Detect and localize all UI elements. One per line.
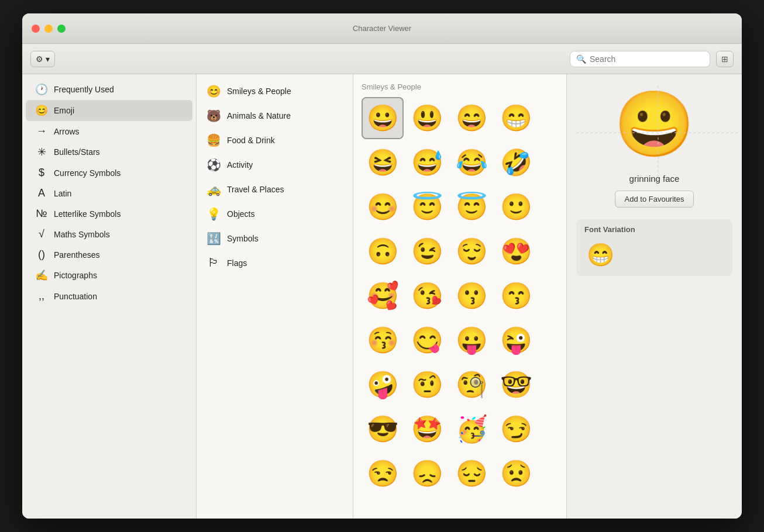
emoji-grid-area: Smileys & People 😀😃😄😁😆😅😂🤣😊😇😇🙂🙃😉😌😍🥰😘😗😙😚😋😛… bbox=[353, 74, 566, 519]
sidebar-label-emoji: Emoji bbox=[54, 106, 74, 115]
emoji-cell[interactable]: 🧐 bbox=[450, 364, 493, 406]
subcat-icon-symbols: 🔣 bbox=[206, 232, 221, 246]
add-to-favourites-button[interactable]: Add to Favourites bbox=[615, 191, 694, 208]
minimize-button[interactable] bbox=[44, 25, 53, 33]
subcat-label-objects: Objects bbox=[227, 209, 254, 219]
emoji-cell[interactable]: 😏 bbox=[495, 408, 537, 450]
emoji-cell[interactable]: 🤓 bbox=[495, 364, 537, 406]
emoji-cell[interactable]: 😗 bbox=[450, 275, 493, 317]
titlebar: Character Viewer bbox=[22, 13, 742, 44]
emoji-cell[interactable]: 😛 bbox=[450, 319, 493, 361]
window-title: Character Viewer bbox=[353, 24, 411, 33]
emoji-cell[interactable]: 😔 bbox=[450, 452, 493, 495]
emoji-cell[interactable]: 😙 bbox=[495, 275, 537, 317]
sidebar: 🕐 Frequently Used😊 Emoji→ Arrows✳ Bullet… bbox=[22, 74, 197, 519]
sidebar-icon-maths-symbols: √ bbox=[35, 228, 48, 240]
emoji-cell[interactable]: 😅 bbox=[406, 141, 448, 184]
emoji-cell[interactable]: 😇 bbox=[450, 186, 493, 228]
subcat-icon-smileys-people: 😊 bbox=[206, 84, 221, 98]
sidebar-label-currency-symbols: Currency Symbols bbox=[54, 168, 121, 178]
sidebar-item-currency-symbols[interactable]: $ Currency Symbols bbox=[26, 163, 192, 183]
sidebar-item-bullets-stars[interactable]: ✳ Bullets/Stars bbox=[26, 141, 192, 163]
maximize-button[interactable] bbox=[57, 25, 66, 33]
grid-icon: ⊞ bbox=[721, 54, 728, 64]
emoji-cell[interactable]: 😟 bbox=[495, 452, 537, 495]
search-input[interactable] bbox=[590, 54, 704, 64]
emoji-cell[interactable]: 😁 bbox=[495, 97, 537, 139]
subcat-item-food-drink[interactable]: 🍔 Food & Drink bbox=[197, 128, 353, 153]
subcat-item-travel-places[interactable]: 🚕 Travel & Places bbox=[197, 177, 353, 202]
chevron-down-icon: ▾ bbox=[46, 54, 50, 64]
grid-view-button[interactable]: ⊞ bbox=[716, 51, 734, 67]
emoji-cell[interactable]: 😞 bbox=[406, 452, 448, 495]
emoji-cell[interactable]: 😌 bbox=[450, 230, 493, 272]
subcat-item-animals-nature[interactable]: 🐻 Animals & Nature bbox=[197, 103, 353, 128]
font-variation-grid: 😁 bbox=[584, 240, 724, 270]
subcat-icon-flags: 🏳 bbox=[206, 256, 221, 270]
subcat-label-flags: Flags bbox=[227, 258, 247, 268]
subcat-icon-travel-places: 🚕 bbox=[206, 182, 221, 196]
sidebar-item-maths-symbols[interactable]: √ Maths Symbols bbox=[26, 224, 192, 244]
subcat-item-objects[interactable]: 💡 Objects bbox=[197, 202, 353, 226]
search-icon: 🔍 bbox=[576, 54, 586, 64]
sidebar-icon-emoji: 😊 bbox=[35, 104, 48, 117]
sidebar-item-emoji[interactable]: 😊 Emoji bbox=[26, 100, 192, 121]
emoji-cell[interactable]: 🤪 bbox=[362, 364, 404, 406]
emoji-cell[interactable]: 😊 bbox=[362, 186, 404, 228]
emoji-cell[interactable]: 😍 bbox=[495, 230, 537, 272]
emoji-cell[interactable]: 😒 bbox=[362, 452, 404, 495]
emoji-cell[interactable]: 🥰 bbox=[362, 275, 404, 317]
emoji-cell[interactable]: 😋 bbox=[406, 319, 448, 361]
main-content: 🕐 Frequently Used😊 Emoji→ Arrows✳ Bullet… bbox=[22, 74, 742, 519]
subcat-item-activity[interactable]: ⚽ Activity bbox=[197, 153, 353, 177]
sidebar-label-maths-symbols: Maths Symbols bbox=[54, 230, 110, 239]
emoji-cell[interactable]: 🤨 bbox=[406, 364, 448, 406]
emoji-cell[interactable]: 😃 bbox=[406, 97, 448, 139]
sidebar-icon-letterlike-symbols: № bbox=[35, 208, 48, 220]
gear-icon: ⚙ bbox=[36, 54, 43, 64]
emoji-cell[interactable]: 😎 bbox=[362, 408, 404, 450]
subcat-item-symbols[interactable]: 🔣 Symbols bbox=[197, 226, 353, 251]
sidebar-item-punctuation[interactable]: ,, Punctuation bbox=[26, 286, 192, 306]
font-variation-item[interactable]: 😁 bbox=[584, 240, 617, 270]
font-variation-section: Font Variation 😁 bbox=[576, 219, 732, 276]
sidebar-item-letterlike-symbols[interactable]: № Letterlike Symbols bbox=[26, 203, 192, 224]
sidebar-icon-punctuation: ,, bbox=[35, 290, 48, 302]
sidebar-item-pictographs[interactable]: ✍ Pictographs bbox=[26, 265, 192, 286]
emoji-grid: 😀😃😄😁😆😅😂🤣😊😇😇🙂🙃😉😌😍🥰😘😗😙😚😋😛😜🤪🤨🧐🤓😎🤩🥳😏😒😞😔😟 bbox=[362, 97, 558, 495]
emoji-cell[interactable]: 🙃 bbox=[362, 230, 404, 272]
subcat-item-flags[interactable]: 🏳 Flags bbox=[197, 251, 353, 275]
emoji-cell[interactable]: 😂 bbox=[450, 141, 493, 184]
sidebar-label-punctuation: Punctuation bbox=[54, 292, 97, 301]
close-button[interactable] bbox=[32, 25, 40, 33]
sidebar-item-frequently-used[interactable]: 🕐 Frequently Used bbox=[26, 79, 192, 100]
subcat-label-activity: Activity bbox=[227, 160, 253, 170]
sidebar-item-parentheses[interactable]: () Parentheses bbox=[26, 244, 192, 265]
sidebar-label-parentheses: Parentheses bbox=[54, 250, 100, 260]
emoji-cell[interactable]: 😉 bbox=[406, 230, 448, 272]
sidebar-label-latin: Latin bbox=[54, 189, 71, 198]
sidebar-item-latin[interactable]: A Latin bbox=[26, 183, 192, 203]
subcat-item-smileys-people[interactable]: 😊 Smileys & People bbox=[197, 79, 353, 103]
emoji-cell[interactable]: 😀 bbox=[362, 97, 404, 139]
window-buttons bbox=[32, 25, 66, 33]
emoji-cell[interactable]: 🥳 bbox=[450, 408, 493, 450]
sidebar-icon-bullets-stars: ✳ bbox=[35, 146, 48, 158]
emoji-cell[interactable]: 😆 bbox=[362, 141, 404, 184]
settings-button[interactable]: ⚙ ▾ bbox=[30, 51, 55, 67]
emoji-cell[interactable]: 😘 bbox=[406, 275, 448, 317]
emoji-cell[interactable]: 😜 bbox=[495, 319, 537, 361]
emoji-cell[interactable]: 🙂 bbox=[495, 186, 537, 228]
emoji-cell[interactable]: 😇 bbox=[406, 186, 448, 228]
sidebar-icon-arrows: → bbox=[35, 125, 48, 137]
emoji-cell[interactable]: 😄 bbox=[450, 97, 493, 139]
sidebar-item-arrows[interactable]: → Arrows bbox=[26, 121, 192, 141]
emoji-cell[interactable]: 😚 bbox=[362, 319, 404, 361]
subcat-icon-activity: ⚽ bbox=[206, 158, 221, 172]
sidebar-label-arrows: Arrows bbox=[54, 127, 80, 136]
sidebar-icon-currency-symbols: $ bbox=[35, 167, 48, 179]
sidebar-label-frequently-used: Frequently Used bbox=[54, 85, 114, 94]
emoji-cell[interactable]: 🤩 bbox=[406, 408, 448, 450]
emoji-cell[interactable]: 🤣 bbox=[495, 141, 537, 184]
toolbar: ⚙ ▾ 🔍 ⊞ bbox=[22, 44, 742, 74]
